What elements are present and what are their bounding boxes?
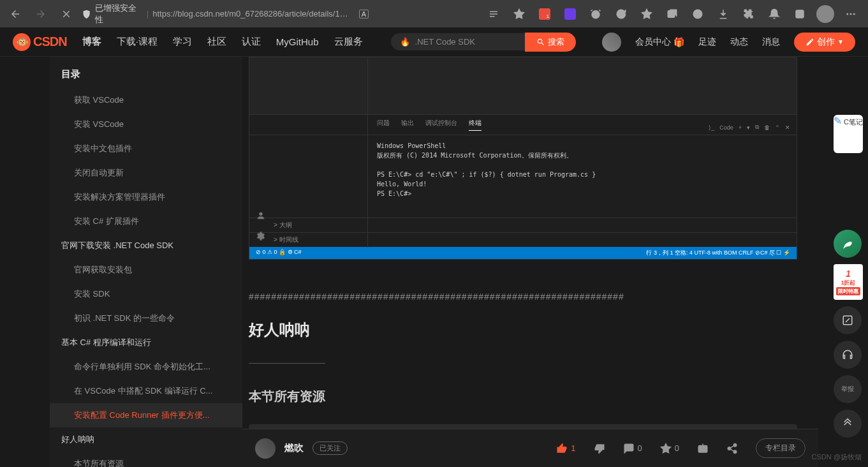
trail-link[interactable]: 足迹 — [698, 36, 716, 48]
stop-button[interactable] — [56, 4, 77, 24]
section-heading-resources: 本节所有资源 — [249, 383, 797, 424]
browser-search-icon[interactable] — [788, 4, 812, 24]
forward-button — [31, 4, 51, 24]
follow-button[interactable]: 已关注 — [313, 441, 348, 455]
reward-button[interactable] — [697, 443, 709, 454]
toc-item-11[interactable]: 命令行单独利用 SDK 命令初始化工... — [50, 355, 242, 379]
svg-point-8 — [259, 212, 262, 216]
report-widget[interactable]: 举报 — [834, 375, 862, 403]
toc-item-1[interactable]: 安装 VSCode — [50, 112, 242, 137]
toc-item-13[interactable]: 安装配置 Code Runner 插件更方便... — [50, 403, 242, 427]
security-label: 已增强安全性 — [95, 3, 143, 26]
star2-icon[interactable] — [635, 4, 659, 24]
vsc-account-icon — [256, 211, 266, 221]
notification-icon[interactable] — [762, 4, 786, 24]
ext2-icon[interactable] — [558, 4, 582, 24]
nav-cloud[interactable]: 云服务 — [334, 36, 363, 48]
toc-item-7[interactable]: 官网获取安装包 — [50, 258, 242, 282]
nav-download[interactable]: 下载·课程 — [117, 36, 158, 48]
scroll-top-widget[interactable] — [834, 410, 862, 438]
shield-icon — [82, 9, 91, 19]
history-icon[interactable] — [686, 4, 710, 24]
ext1-icon[interactable]: 1 — [533, 4, 557, 24]
divider — [249, 363, 325, 364]
nav-github[interactable]: MyGitHub — [276, 36, 319, 47]
author-name[interactable]: 燃吹 — [284, 442, 304, 454]
menu-icon[interactable] — [839, 4, 863, 24]
svg-point-7 — [853, 13, 855, 15]
create-button[interactable]: 创作 ▼ — [794, 33, 855, 52]
toc-item-0[interactable]: 获取 VSCode — [50, 88, 242, 112]
watermark: CSDN @扬牧烟 — [812, 452, 862, 462]
comment-button[interactable]: 0 — [623, 443, 642, 454]
favorite-icon[interactable] — [507, 4, 531, 24]
toc-item-4[interactable]: 安装解决方案管理器插件 — [50, 185, 242, 209]
fire-icon: 🔥 — [400, 37, 410, 47]
leaf-widget[interactable] — [834, 230, 862, 258]
toc-item-3[interactable]: 关闭自动更新 — [50, 161, 242, 185]
vsc-tab-terminal: 终端 — [469, 119, 482, 131]
article-bottom-bar: 燃吹 已关注 1 0 0 专栏目录 — [242, 429, 818, 467]
vscode-screenshot: 问题 输出 调试控制台 终端 ⟩_Code+▾⧉🗑⌃✕ Windows Powe… — [249, 57, 797, 260]
note-widget[interactable]: ✎ C笔记 — [834, 115, 863, 153]
toc-sidebar: 目录 获取 VSCode安装 VSCode安装中文包插件关闭自动更新安装解决方案… — [50, 57, 242, 467]
extensions-icon[interactable] — [737, 4, 761, 24]
toc-item-14[interactable]: 好人呐呐 — [50, 427, 242, 452]
toc-item-6[interactable]: 官网下载安装 .NET Code SDK — [50, 234, 242, 258]
toc-item-15[interactable]: 本节所有资源 — [50, 452, 242, 467]
address-bar[interactable]: 已增强安全性 | https://blog.csdn.net/m0_672682… — [82, 3, 369, 26]
toc-item-9[interactable]: 初识 .NET SDK 的一些命令 — [50, 306, 242, 330]
vsc-tab-debug: 调试控制台 — [425, 119, 457, 131]
nav-learn[interactable]: 学习 — [173, 36, 192, 48]
reader-icon[interactable] — [482, 4, 506, 24]
sync-icon[interactable] — [609, 4, 633, 24]
search-button[interactable]: 搜索 — [525, 33, 576, 52]
alarm-icon[interactable] — [584, 4, 608, 24]
article-content: 问题 输出 调试控制台 终端 ⟩_Code+▾⧉🗑⌃✕ Windows Powe… — [242, 57, 804, 467]
svg-point-13 — [733, 450, 737, 454]
url-text: https://blog.csdn.net/m0_67268286/articl… — [152, 9, 351, 19]
toc-item-12[interactable]: 在 VSCode 中搭配 SDK 编译运行 C... — [50, 379, 242, 403]
star-button[interactable]: 0 — [660, 443, 679, 454]
svg-point-4 — [798, 12, 801, 15]
user-avatar[interactable] — [602, 33, 621, 52]
headset-widget[interactable] — [834, 341, 862, 369]
dislike-button[interactable] — [594, 443, 605, 454]
svg-point-12 — [728, 447, 731, 450]
toc-item-2[interactable]: 安装中文包插件 — [50, 137, 242, 161]
dynamic-link[interactable]: 动态 — [730, 36, 748, 48]
vsc-status-left: ⊘ 0 ⚠ 0 🔒 ⚙ C# — [256, 249, 302, 257]
toc-title: 目录 — [50, 68, 242, 88]
svg-point-5 — [846, 13, 848, 15]
toc-item-5[interactable]: 安装 C# 扩展插件 — [50, 209, 242, 234]
edit-widget[interactable] — [834, 306, 862, 334]
nav-community[interactable]: 社区 — [207, 36, 226, 48]
csdn-logo[interactable]: 🐵 CSDN — [13, 33, 67, 51]
vsc-tab-problems: 问题 — [377, 119, 390, 131]
csdn-nav: 🐵 CSDN 博客 下载·课程 学习 社区 认证 MyGitHub 云服务 🔥 … — [0, 27, 868, 57]
vsc-settings-icon — [256, 231, 266, 241]
nav-blog[interactable]: 博客 — [82, 36, 101, 48]
svg-point-6 — [850, 13, 852, 15]
search-input[interactable]: 🔥 .NET Code SDK — [391, 33, 525, 50]
svg-point-11 — [733, 443, 737, 447]
column-toc-button[interactable]: 专栏目录 — [756, 438, 805, 458]
back-button[interactable] — [5, 4, 26, 24]
browser-toolbar: 已增强安全性 | https://blog.csdn.net/m0_672682… — [0, 0, 868, 27]
hash-divider: ########################################… — [249, 279, 797, 315]
vsc-status-right: 行 3，列 1 空格: 4 UTF-8 with BOM CRLF ⊘C# 尽 … — [646, 249, 790, 257]
vip-link[interactable]: 会员中心 🎁 — [635, 36, 684, 48]
like-button[interactable]: 1 — [556, 443, 575, 454]
vsc-tab-output: 输出 — [401, 119, 414, 131]
collections-icon[interactable] — [660, 4, 684, 24]
profile-avatar[interactable] — [813, 4, 837, 24]
share-button[interactable] — [726, 443, 738, 454]
download-icon[interactable] — [711, 4, 735, 24]
toc-item-10[interactable]: 基本 C# 程序编译和运行 — [50, 330, 242, 355]
section-heading-goodperson: 好人呐呐 — [249, 315, 797, 353]
msg-link[interactable]: 消息 — [762, 36, 780, 48]
toc-item-8[interactable]: 安装 SDK — [50, 282, 242, 306]
nav-cert[interactable]: 认证 — [242, 36, 261, 48]
promo-widget[interactable]: 11折起 限时特惠 — [834, 264, 863, 300]
author-avatar[interactable] — [255, 438, 276, 459]
